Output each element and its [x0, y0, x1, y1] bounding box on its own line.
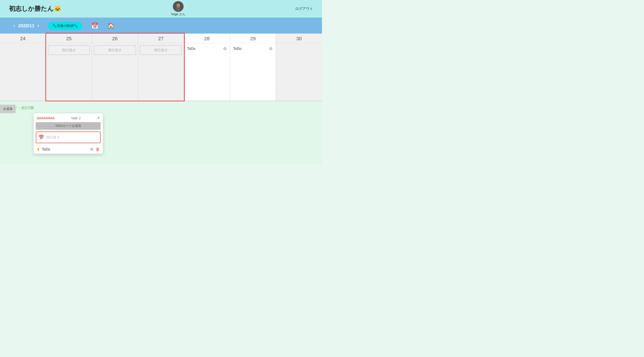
popup-title: aaaaaaaa	[37, 116, 54, 120]
popup-total: total: 2	[71, 116, 81, 120]
popup-close-button[interactable]: ×	[97, 116, 100, 120]
day-content-24	[0, 43, 46, 97]
gear-icon-29[interactable]: ⚙	[269, 46, 272, 51]
calendar-grid: 24 25 期日過ぎ 26 期日過ぎ 27 期日過ぎ 28	[0, 34, 322, 101]
day-content-26: 期日過ぎ	[92, 43, 138, 97]
logout-button[interactable]: ログアウト	[295, 6, 313, 11]
home-icon: 🏠	[107, 22, 114, 29]
calendar-nav: ‹ 2020/11 › 🐾完遂の軌跡🐾 📅 🏠	[0, 18, 322, 34]
day-col-26: 26 期日過ぎ	[92, 34, 138, 101]
day-number-25: 25	[46, 34, 92, 43]
day-content-28: ToDo ⚙	[184, 43, 230, 97]
bottom-section: を追加 タスク：合計2個 aaaaaaaa total: 2 × ToDoカード…	[0, 101, 322, 164]
todo-label-29: ToDo	[233, 47, 242, 51]
overdue-card-25[interactable]: 期日過ぎ	[48, 46, 90, 55]
todo-card-28[interactable]: ToDo ⚙	[186, 46, 228, 52]
day-col-30: 30	[276, 34, 322, 101]
overdue-card-27[interactable]: 期日過ぎ	[140, 46, 182, 55]
day-col-28: 28 ToDo ⚙	[184, 34, 230, 101]
day-number-29: 29	[230, 34, 276, 43]
day-content-30	[276, 43, 322, 97]
gear-icon-28[interactable]: ⚙	[223, 46, 227, 51]
todo-card-29[interactable]: ToDo ⚙	[232, 46, 274, 52]
popup-gear-icon[interactable]: ⚙	[90, 147, 94, 152]
day-number-30: 30	[276, 34, 322, 43]
day-col-25: 25 期日過ぎ	[46, 34, 92, 101]
month-label: 2020/11	[18, 23, 34, 28]
popup-trash-icon[interactable]: 🗑	[96, 147, 100, 152]
popup-todo-left: ⬆ ToDo	[37, 147, 50, 152]
calendar-view-button[interactable]: 📅	[91, 22, 98, 29]
day-col-27: 27 期日過ぎ	[138, 34, 184, 101]
add-task-button[interactable]: を追加	[0, 105, 16, 113]
avatar	[173, 1, 184, 12]
username-label: hoge さん	[171, 12, 185, 16]
day-col-24: 24	[0, 34, 46, 101]
svg-point-5	[176, 8, 180, 11]
prev-month-button[interactable]: ‹	[14, 23, 15, 29]
day-content-25: 期日過ぎ	[46, 43, 92, 97]
popup-overdue-label: 期日過ぎ	[46, 135, 60, 140]
popup-card: aaaaaaaa total: 2 × ToDoカードを追加 📅 期日過ぎ ⬆ …	[34, 114, 103, 154]
add-todo-button[interactable]: ToDoカードを追加	[36, 122, 100, 130]
popup-todo-label: ToDo	[42, 148, 50, 152]
popup-header: aaaaaaaa total: 2 ×	[34, 114, 103, 122]
popup-actions: ⚙ 🗑	[90, 147, 100, 152]
header-title: 初志しか勝たん🐱	[9, 4, 62, 13]
overdue-card-26[interactable]: 期日過ぎ	[94, 46, 136, 55]
popup-overdue-box[interactable]: 📅 期日過ぎ	[36, 132, 100, 143]
calendar-wrapper: 24 25 期日過ぎ 26 期日過ぎ 27 期日過ぎ 28	[0, 34, 322, 101]
header: 初志しか勝たん🐱 hoge さん ログアウト	[0, 0, 322, 18]
popup-calendar-icon: 📅	[38, 135, 44, 140]
day-content-29: ToDo ⚙	[230, 43, 276, 97]
day-number-27: 27	[138, 34, 184, 43]
month-nav: ‹ 2020/11 ›	[14, 23, 39, 29]
trail-button[interactable]: 🐾完遂の軌跡🐾	[48, 22, 82, 30]
day-col-29: 29 ToDo ⚙	[230, 34, 276, 101]
day-number-26: 26	[92, 34, 138, 43]
day-content-27: 期日過ぎ	[138, 43, 184, 97]
next-month-button[interactable]: ›	[38, 23, 39, 29]
day-number-28: 28	[184, 34, 230, 43]
upload-icon: ⬆	[37, 147, 40, 152]
day-number-24: 24	[0, 34, 46, 43]
calendar-icon: 📅	[91, 22, 98, 29]
popup-todo-row: ⬆ ToDo ⚙ 🗑	[34, 145, 103, 154]
home-button[interactable]: 🏠	[107, 22, 114, 29]
task-count-label: タスク：合計2個	[7, 106, 315, 110]
todo-label-28: ToDo	[187, 47, 196, 51]
header-user: hoge さん	[171, 1, 185, 16]
